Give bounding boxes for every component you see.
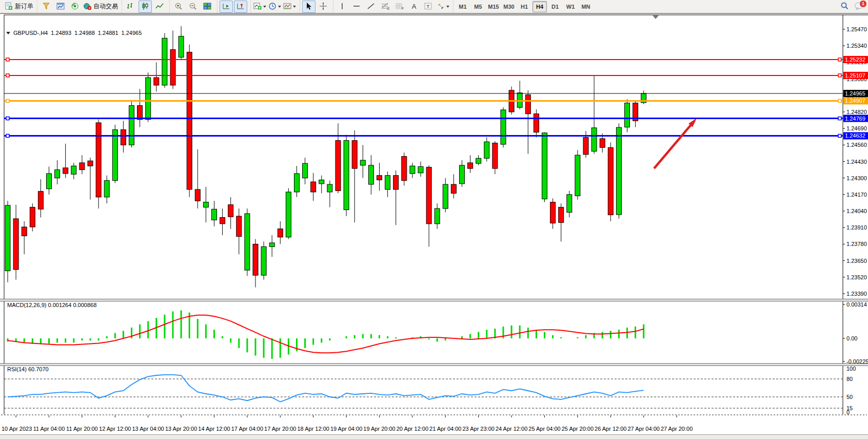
line-chart-button[interactable]	[153, 1, 166, 13]
candle-body	[360, 160, 365, 165]
candle-body	[525, 95, 530, 114]
trendline-button[interactable]	[364, 1, 378, 13]
cursor-button[interactable]	[302, 1, 315, 13]
panel-splitter[interactable]	[0, 364, 868, 366]
chat-button[interactable]: 1	[852, 1, 865, 13]
candle-body	[410, 166, 415, 174]
text-label-button[interactable]: T	[422, 1, 435, 13]
price-axis[interactable]: 1.254701.253401.252101.250801.249501.248…	[843, 26, 867, 297]
time-tick-label: 27 Apr 20:00	[661, 426, 693, 432]
line-handle[interactable]	[838, 134, 841, 137]
candle-body	[294, 174, 300, 192]
fibonacci-button[interactable]: E	[379, 1, 392, 13]
price-chart-canvas[interactable]: 1.254701.253401.252101.250801.249501.248…	[0, 14, 868, 435]
candle-body	[418, 166, 423, 173]
period-button-MN[interactable]: MN	[579, 1, 593, 12]
horizontal-line-button[interactable]	[350, 1, 363, 13]
period-button-H4[interactable]: H4	[532, 1, 547, 12]
chart-window-button[interactable]	[54, 1, 67, 13]
auto-scroll-button[interactable]	[220, 1, 233, 13]
period-button-H1[interactable]: H1	[517, 1, 531, 12]
chart-shift-marker[interactable]	[653, 15, 659, 19]
line-handle[interactable]	[6, 117, 9, 120]
symbol-dropdown-icon[interactable]	[6, 32, 10, 34]
trendline-icon	[367, 2, 375, 11]
period-button-M30[interactable]: M30	[502, 1, 516, 12]
vertical-line-button[interactable]	[336, 1, 349, 13]
candle-body	[187, 52, 192, 189]
period-button-D1[interactable]: D1	[548, 1, 562, 12]
macd-label: MACD(12,26,9) 0.001264 0.000868	[7, 302, 96, 308]
price-tick-label: 1.23390	[846, 291, 867, 297]
period-button-M15[interactable]: M15	[486, 1, 501, 12]
candle-body	[212, 209, 217, 220]
panel-splitter[interactable]	[0, 299, 868, 301]
candle-body	[319, 180, 324, 183]
zoom-out-button[interactable]	[186, 1, 200, 13]
rsi-axis-label: 100	[846, 366, 856, 372]
new-order-label: 新订单	[15, 2, 33, 11]
price-tick-label: 1.24300	[846, 175, 867, 181]
candle-body	[327, 184, 332, 192]
period-button-M1[interactable]: M1	[456, 1, 470, 12]
new-order-button[interactable]: 新订单	[4, 1, 34, 13]
price-tick-label: 1.23910	[846, 224, 867, 231]
auto-trading-button[interactable]: 自动交易	[83, 1, 119, 13]
candle-body	[245, 214, 250, 270]
candle-body	[542, 133, 547, 199]
candle-body	[129, 106, 134, 145]
rsi-panel[interactable]: 8050151000RSI(14) 60.7070	[4, 366, 856, 415]
period-button-M5[interactable]: M5	[471, 1, 485, 12]
auto-trading-icon	[83, 2, 91, 11]
funnel-button[interactable]	[40, 1, 53, 13]
line-handle[interactable]	[6, 99, 9, 102]
periods-button[interactable]	[268, 1, 282, 13]
candle-body	[30, 207, 35, 227]
line-handle[interactable]	[838, 99, 841, 102]
macd-axis-label: 0.00	[846, 335, 857, 341]
search-button[interactable]	[838, 1, 851, 13]
signals-button[interactable]	[68, 1, 82, 13]
price-tick-label: 1.23520	[846, 274, 867, 280]
candlestick-chart-button[interactable]	[139, 1, 152, 13]
horizontal-line-object[interactable]	[4, 74, 843, 77]
line-handle[interactable]	[6, 134, 9, 137]
price-tag: 1.24632	[843, 132, 868, 139]
zoom-in-button[interactable]	[172, 1, 185, 13]
line-handle[interactable]	[838, 74, 841, 77]
grid-button[interactable]: F	[393, 1, 406, 13]
price-tick-label: 1.24690	[846, 125, 867, 131]
candle-body	[534, 114, 539, 132]
time-tick-label: 18 Apr 12:00	[298, 426, 329, 432]
bar-chart-button[interactable]	[124, 1, 137, 13]
candle-body	[96, 123, 101, 197]
candle-body	[22, 227, 27, 236]
arrows-button[interactable]	[436, 1, 450, 13]
arrow-object[interactable]	[654, 118, 697, 168]
candle-body	[575, 155, 580, 196]
line-handle[interactable]	[6, 74, 9, 77]
macd-panel[interactable]: 0.003140.00-0.002258MACD(12,26,9) 0.0012…	[7, 301, 868, 365]
timeframe-group: M1M5M15M30H1H4D1W1MN	[453, 1, 595, 13]
bar-chart-icon	[127, 2, 135, 11]
time-axis[interactable]: 10 Apr 202311 Apr 04:0011 Apr 20:0012 Ap…	[1, 415, 867, 432]
crosshair-button[interactable]	[317, 1, 330, 13]
time-tick-label: 13 Apr 04:00	[132, 426, 164, 432]
line-handle[interactable]	[838, 58, 841, 61]
time-tick-label: 17 Apr 20:00	[264, 426, 296, 432]
indicators-button[interactable]	[253, 1, 267, 13]
chart-shift-button[interactable]	[234, 1, 247, 13]
line-handle[interactable]	[6, 58, 9, 61]
horizontal-line-object[interactable]	[4, 58, 843, 61]
periods-clock-icon	[268, 2, 277, 11]
text-button[interactable]: A	[407, 1, 421, 13]
templates-button[interactable]	[283, 1, 297, 13]
templates-caret-icon	[293, 6, 296, 8]
chart-window[interactable]: GBPUSD-,H4 1.24893 1.24988 1.24881 1.249…	[0, 13, 868, 435]
line-handle[interactable]	[838, 117, 841, 120]
tile-windows-button[interactable]	[201, 1, 214, 13]
svg-text:1.25107: 1.25107	[845, 72, 865, 79]
horizontal-line-object[interactable]	[4, 99, 843, 102]
chart-shift-icon	[236, 2, 245, 11]
period-button-W1[interactable]: W1	[563, 1, 578, 12]
